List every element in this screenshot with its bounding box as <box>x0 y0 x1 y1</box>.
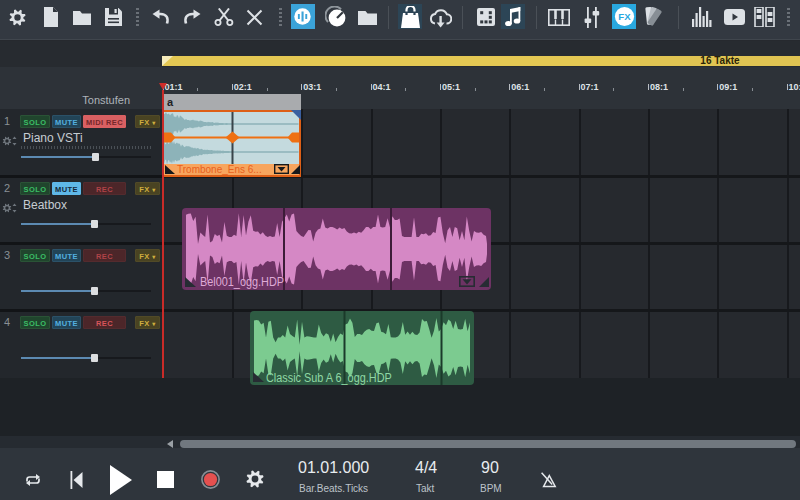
svg-text:FX: FX <box>618 11 631 22</box>
